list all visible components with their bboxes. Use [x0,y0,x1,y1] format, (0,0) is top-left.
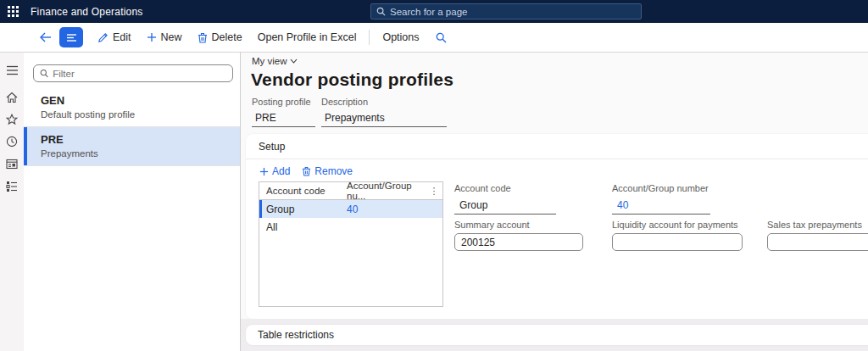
search-icon [376,7,386,16]
account-code-label: Account code [454,183,556,193]
view-selector-label: My view [252,56,287,66]
liquidity-account-input[interactable] [612,233,743,251]
remove-button[interactable]: Remove [302,165,353,177]
list-lines-icon [66,33,77,42]
setup-section-header[interactable]: Setup [246,134,868,159]
profiles-list: GEN Default posting profile PRE Prepayme… [24,88,240,166]
account-code-field: Account code Group [454,183,556,214]
table-restrictions-label: Table restrictions [258,329,334,341]
summary-account-field: Summary account 200125 [454,220,583,251]
toolbar-search-button[interactable] [427,32,455,43]
hamburger-menu-icon[interactable] [0,59,24,81]
column-header-account-code[interactable]: Account code [259,186,347,196]
home-icon[interactable] [0,86,24,109]
filter-box[interactable] [33,64,233,82]
description-value[interactable]: Prepayments [321,109,447,127]
list-item-gen[interactable]: GEN Default posting profile [24,88,240,127]
delete-label: Delete [212,31,242,43]
profile-code: GEN [41,94,240,107]
modules-icon[interactable] [0,175,24,197]
accounts-grid: Account code Account/Group nu... ⋮ Group… [259,181,443,307]
profiles-list-panel: GEN Default posting profile PRE Prepayme… [24,53,241,351]
pencil-icon [97,32,108,43]
posting-profile-field: Posting profile PRE [252,97,315,127]
add-button[interactable]: Add [259,165,290,177]
liquidity-account-label: Liquidity account for payments [612,220,743,230]
favorites-star-icon[interactable] [0,109,24,131]
profile-code: PRE [41,133,240,146]
account-group-number-field: Account/Group number 40 [612,183,710,214]
grid-header-row: Account code Account/Group nu... ⋮ [259,182,442,200]
new-label: New [161,31,182,43]
nav-rail [0,53,24,351]
options-button[interactable]: Options [375,26,426,48]
summary-account-input[interactable]: 200125 [454,233,583,251]
page-search-box[interactable] [370,3,642,20]
posting-profile-value[interactable]: PRE [252,109,315,127]
delete-button[interactable]: Delete [190,26,250,48]
profile-description: Prepayments [41,148,240,159]
description-label: Description [321,97,447,107]
main-content: My view Vendor posting profiles Posting … [241,53,868,351]
table-row[interactable]: All [259,218,442,236]
app-launcher-waffle-icon[interactable] [0,0,25,23]
filter-input[interactable] [53,69,226,79]
account-group-number-label: Account/Group number [612,183,710,193]
top-app-bar: Finance and Operations [0,0,868,23]
table-restrictions-section-header[interactable]: Table restrictions [246,325,868,345]
page-title: Vendor posting profiles [251,70,453,90]
account-code-value[interactable]: Group [454,196,556,214]
description-field: Description Prepayments [321,97,447,127]
plus-icon [147,32,157,42]
open-profile-in-excel-button[interactable]: Open Profile in Excel [250,26,364,48]
grid-actions: Add Remove [246,159,868,181]
grid-options-icon[interactable]: ⋮ [427,186,441,197]
back-button[interactable] [34,31,58,43]
recent-clock-icon[interactable] [0,131,24,153]
trash-icon [198,32,208,43]
column-header-account-group-number[interactable]: Account/Group nu... [347,181,427,201]
edit-button[interactable]: Edit [90,26,139,48]
chevron-down-icon [290,58,298,64]
profile-description: Default posting profile [41,109,240,120]
view-selector[interactable]: My view [252,56,298,66]
bottom-strip: Table restrictions [241,319,868,351]
page-search-input[interactable] [390,7,636,17]
cell-account-group-number[interactable]: 40 [347,203,427,215]
app-title: Finance and Operations [31,6,142,18]
sales-tax-prepayments-label: Sales tax prepayments [767,220,868,230]
summary-account-label: Summary account [454,220,583,230]
list-item-pre[interactable]: PRE Prepayments [24,127,240,166]
sales-tax-prepayments-input[interactable] [767,233,868,251]
open-profile-in-excel-label: Open Profile in Excel [258,31,357,43]
plus-icon [259,167,269,176]
search-icon [40,69,48,78]
workspaces-icon[interactable] [0,153,24,175]
toolbar-divider [369,30,370,45]
table-row[interactable]: Group 40 [259,200,442,218]
sales-tax-prepayments-field: Sales tax prepayments [767,220,868,251]
posting-profile-label: Posting profile [252,97,315,107]
account-group-number-value[interactable]: 40 [612,196,710,214]
search-icon [436,32,447,43]
edit-label: Edit [113,31,131,43]
cell-account-code: All [259,221,347,233]
show-list-toggle-button[interactable] [59,27,83,47]
cell-account-code: Group [259,203,347,215]
new-button[interactable]: New [139,26,190,48]
options-label: Options [382,31,419,43]
trash-icon [302,166,311,176]
back-arrow-icon [39,31,53,43]
setup-section: Setup Add Remove Account code Account/Gr… [246,134,868,319]
remove-label: Remove [314,165,353,177]
action-pane-toolbar: Edit New Delete Open Profile in Excel Op… [0,23,868,53]
add-label: Add [272,165,290,177]
liquidity-account-field: Liquidity account for payments [612,220,743,251]
